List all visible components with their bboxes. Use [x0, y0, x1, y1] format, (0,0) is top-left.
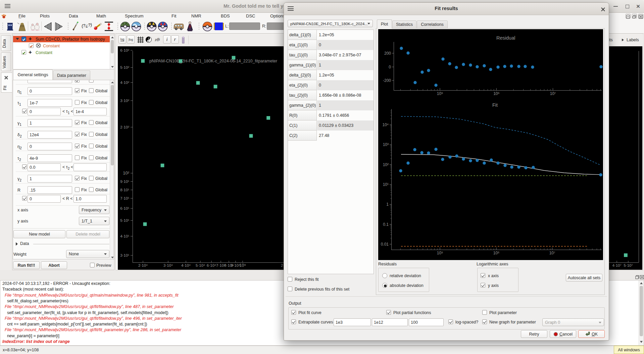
svg-text:10³: 10³: [383, 142, 389, 147]
svg-text:Residual: Residual: [496, 35, 515, 41]
svg-text:4·10⁴: 4·10⁴: [181, 263, 191, 267]
svg-text:5·10⁷: 5·10⁷: [624, 263, 633, 267]
svg-text:0.01: 0.01: [381, 242, 389, 247]
svg-text:10⁶: 10⁶: [493, 91, 499, 96]
svg-text:3·10⁴: 3·10⁴: [163, 263, 173, 267]
svg-text:10⁷: 10⁷: [549, 251, 555, 255]
svg-text:10⁴: 10⁴: [382, 122, 389, 127]
svg-text:7·10¹: 7·10¹: [120, 196, 129, 200]
svg-text:10²: 10²: [123, 170, 129, 175]
svg-text:4·10⁷: 4·10⁷: [612, 263, 621, 267]
svg-text:-200: -200: [383, 78, 391, 83]
svg-text:10⁶: 10⁶: [493, 251, 499, 255]
svg-text:0.1: 0.1: [383, 222, 389, 227]
svg-text:10⁷: 10⁷: [550, 91, 556, 96]
svg-text:2·10⁴: 2·10⁴: [138, 263, 148, 267]
svg-text:5·10¹: 5·10¹: [120, 218, 129, 222]
svg-text:1: 1: [386, 202, 389, 207]
svg-text:4·10¹: 4·10¹: [120, 234, 129, 238]
svg-text:9·10¹: 9·10¹: [120, 180, 129, 184]
svg-text:10⁵: 10⁵: [239, 263, 246, 268]
svg-text:10⁵: 10⁵: [437, 251, 443, 255]
svg-text:6·10²: 6·10²: [120, 48, 129, 52]
svg-text:Fit: Fit: [492, 102, 498, 108]
svg-text:9·10⁴: 9·10⁴: [231, 263, 240, 267]
svg-text:6·10¹: 6·10¹: [120, 206, 129, 210]
svg-text:2·10²: 2·10²: [120, 125, 129, 129]
svg-text:5·10⁴: 5·10⁴: [196, 263, 205, 267]
svg-text:10²: 10²: [383, 162, 389, 167]
svg-text:10⁵: 10⁵: [437, 91, 443, 96]
svg-text:8·10¹: 8·10¹: [120, 188, 129, 192]
svg-text:10¹: 10¹: [383, 182, 389, 187]
svg-text:3·10¹: 3·10¹: [120, 253, 129, 257]
svg-text:4·10²: 4·10²: [120, 81, 129, 85]
svg-text:3·10²: 3·10²: [120, 99, 129, 103]
svg-text:5·10²: 5·10²: [120, 65, 129, 69]
svg-text:pNIPAM-CN10E_2H-FC_T1_180K-c_2: pNIPAM-CN10E_2H-FC_T1_180K-c_2024-06-14_…: [149, 59, 277, 63]
svg-text:200: 200: [384, 51, 391, 56]
svg-text:6·10⁴: 6·10⁴: [207, 263, 216, 267]
svg-text:0: 0: [389, 65, 391, 69]
